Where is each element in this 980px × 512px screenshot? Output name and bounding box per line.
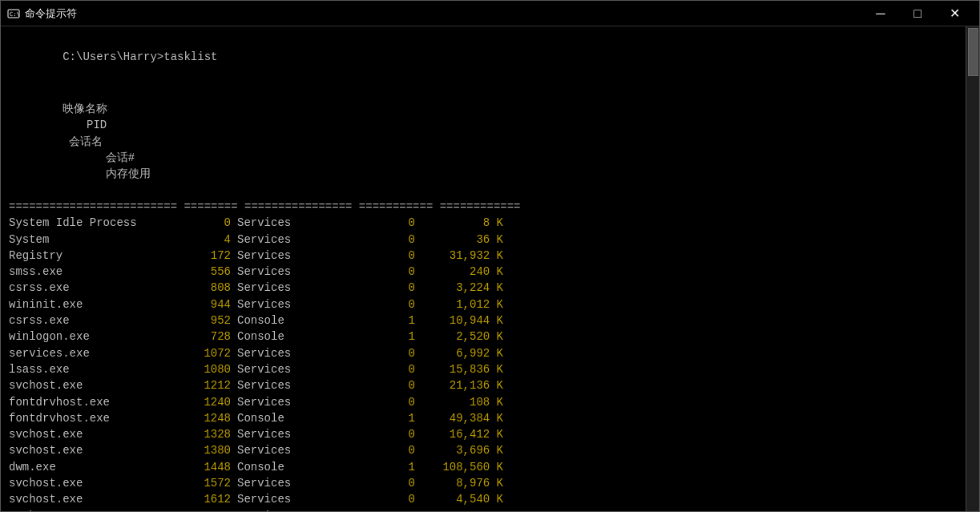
- proc-pid: 952: [187, 312, 231, 329]
- proc-mem: 6,992 K: [415, 345, 503, 361]
- proc-session-name: Services: [231, 345, 343, 361]
- close-button[interactable]: ✕: [936, 1, 973, 26]
- title-bar: C:\ 命令提示符 ─ □ ✕: [1, 1, 979, 26]
- header-session-name: 会话名: [63, 134, 175, 150]
- proc-session-num: 0: [343, 426, 415, 442]
- proc-mem: 21,136 K: [415, 377, 503, 393]
- header-row: 映像名称 PID 会话名 会话# 内存使用: [9, 85, 958, 199]
- proc-mem: 49,384 K: [415, 410, 503, 426]
- proc-mem: 2,520 K: [415, 329, 503, 345]
- proc-pid: 556: [187, 264, 231, 280]
- header-mem: 内存使用: [63, 166, 151, 182]
- cmd-window: C:\ 命令提示符 ─ □ ✕ C:\Users\Harry>tasklist …: [0, 0, 980, 512]
- proc-session-num: 0: [343, 280, 415, 296]
- table-row: fontdrvhost.exe 1248Console149,384 K: [9, 410, 958, 426]
- proc-name: dwm.exe: [9, 459, 187, 475]
- proc-pid: 1448: [187, 459, 231, 475]
- proc-session-name: Services: [231, 296, 343, 312]
- proc-mem: 36 K: [415, 232, 503, 248]
- proc-name: winlogon.exe: [9, 329, 187, 345]
- terminal-output[interactable]: C:\Users\Harry>tasklist 映像名称 PID 会话名 会话#…: [1, 26, 966, 511]
- proc-session-name: Services: [231, 361, 343, 377]
- proc-session-name: Console: [231, 312, 343, 329]
- proc-name: svchost.exe: [9, 426, 187, 442]
- maximize-button[interactable]: □: [899, 1, 936, 26]
- proc-name: csrss.exe: [9, 312, 187, 329]
- proc-session-name: Services: [231, 491, 343, 507]
- proc-pid: 0: [187, 215, 231, 231]
- proc-name: svchost.exe: [9, 377, 187, 393]
- proc-session-num: 0: [343, 475, 415, 491]
- proc-session-num: 0: [343, 442, 415, 458]
- proc-name: smss.exe: [9, 264, 187, 280]
- proc-session-name: Services: [231, 508, 343, 511]
- table-row: svchost.exe 1612Services04,540 K: [9, 491, 958, 507]
- proc-pid: 1572: [187, 475, 231, 491]
- proc-mem: 108,560 K: [415, 459, 503, 475]
- proc-pid: 1380: [187, 442, 231, 458]
- proc-pid: 808: [187, 280, 231, 296]
- table-row: smss.exe 556Services0240 K: [9, 264, 958, 280]
- proc-session-name: Console: [231, 410, 343, 426]
- proc-mem: 15,836 K: [415, 361, 503, 377]
- table-row: svchost.exe 1620Services04,744 K: [9, 508, 958, 511]
- proc-session-name: Console: [231, 329, 343, 345]
- proc-pid: 944: [187, 296, 231, 312]
- prompt-text: C:\Users\Harry>tasklist: [63, 50, 217, 63]
- proc-mem: 8 K: [415, 215, 503, 231]
- proc-pid: 172: [187, 248, 231, 264]
- scrollbar-thumb[interactable]: [968, 28, 978, 76]
- proc-pid: 1212: [187, 377, 231, 393]
- svg-text:C:\: C:\: [10, 11, 20, 18]
- proc-mem: 8,976 K: [415, 475, 503, 491]
- window-title: 命令提示符: [25, 6, 862, 21]
- proc-session-name: Services: [231, 442, 343, 458]
- scrollbar[interactable]: [966, 26, 979, 511]
- proc-session-num: 0: [343, 491, 415, 507]
- proc-session-name: Services: [231, 377, 343, 393]
- proc-name: svchost.exe: [9, 491, 187, 507]
- proc-pid: 1072: [187, 345, 231, 361]
- table-row: dwm.exe 1448Console1108,560 K: [9, 459, 958, 475]
- proc-session-name: Services: [231, 248, 343, 264]
- table-row: fontdrvhost.exe 1240Services0108 K: [9, 394, 958, 410]
- proc-session-name: Services: [231, 426, 343, 442]
- proc-session-num: 0: [343, 215, 415, 231]
- proc-session-num: 0: [343, 232, 415, 248]
- proc-mem: 3,224 K: [415, 280, 503, 296]
- table-row: csrss.exe 952Console110,944 K: [9, 312, 958, 329]
- table-row: System Idle Process 0Services08 K: [9, 215, 958, 231]
- table-row: System 4Services036 K: [9, 232, 958, 248]
- proc-pid: 728: [187, 329, 231, 345]
- proc-name: svchost.exe: [9, 475, 187, 491]
- proc-pid: 1080: [187, 361, 231, 377]
- table-row: svchost.exe 1572Services08,976 K: [9, 475, 958, 491]
- proc-name: svchost.exe: [9, 442, 187, 458]
- proc-name: fontdrvhost.exe: [9, 394, 187, 410]
- proc-pid: 1240: [187, 394, 231, 410]
- proc-name: svchost.exe: [9, 508, 187, 511]
- proc-name: services.exe: [9, 345, 187, 361]
- minimize-button[interactable]: ─: [862, 1, 899, 26]
- proc-session-name: Services: [231, 264, 343, 280]
- proc-name: fontdrvhost.exe: [9, 410, 187, 426]
- proc-name: lsass.exe: [9, 361, 187, 377]
- table-row: services.exe 1072Services06,992 K: [9, 345, 958, 361]
- proc-mem: 31,932 K: [415, 248, 503, 264]
- proc-session-name: Services: [231, 394, 343, 410]
- table-row: svchost.exe 1212Services021,136 K: [9, 377, 958, 393]
- proc-mem: 16,412 K: [415, 426, 503, 442]
- table-row: svchost.exe 1328Services016,412 K: [9, 426, 958, 442]
- proc-mem: 4,744 K: [415, 508, 503, 511]
- table-row: csrss.exe 808Services03,224 K: [9, 280, 958, 296]
- table-row: wininit.exe 944Services01,012 K: [9, 296, 958, 312]
- table-row: lsass.exe 1080Services015,836 K: [9, 361, 958, 377]
- proc-mem: 108 K: [415, 394, 503, 410]
- content-area: C:\Users\Harry>tasklist 映像名称 PID 会话名 会话#…: [1, 26, 979, 511]
- proc-pid: 1248: [187, 410, 231, 426]
- proc-session-num: 0: [343, 264, 415, 280]
- proc-session-num: 0: [343, 345, 415, 361]
- header-session-num: 会话#: [63, 150, 135, 166]
- proc-name: Registry: [9, 248, 187, 264]
- proc-session-name: Services: [231, 215, 343, 231]
